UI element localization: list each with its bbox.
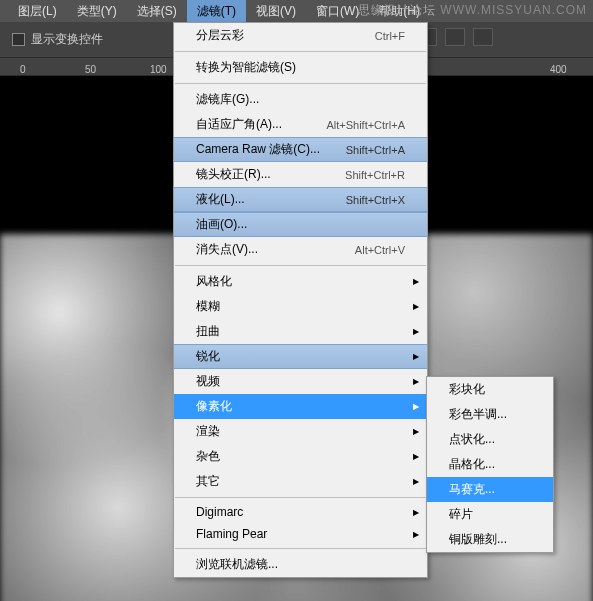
watermark: 思缘设计论坛 WWW.MISSYUAN.COM — [358, 2, 587, 19]
menu-item[interactable]: 其它 — [174, 469, 427, 494]
menu-item-label: 其它 — [196, 473, 220, 490]
menu-item[interactable]: 分层云彩Ctrl+F — [174, 23, 427, 48]
menu-item-label: 浏览联机滤镜... — [196, 556, 278, 573]
menu-item-label: 油画(O)... — [196, 216, 247, 233]
menu-item-label: Camera Raw 滤镜(C)... — [196, 141, 320, 158]
menu-item[interactable]: Camera Raw 滤镜(C)...Shift+Ctrl+A — [174, 137, 427, 162]
menu-item-label: 液化(L)... — [196, 191, 245, 208]
menu-item-label: 视频 — [196, 373, 220, 390]
menu-item[interactable]: 滤镜库(G)... — [174, 87, 427, 112]
menu-item-label: 自适应广角(A)... — [196, 116, 282, 133]
align-icon-3[interactable] — [473, 28, 493, 46]
menu-item[interactable]: 风格化 — [174, 269, 427, 294]
submenu-item[interactable]: 晶格化... — [427, 452, 553, 477]
align-icon-2[interactable] — [445, 28, 465, 46]
menu-item[interactable]: 镜头校正(R)...Shift+Ctrl+R — [174, 162, 427, 187]
menu-item-label: 风格化 — [196, 273, 232, 290]
submenu-item[interactable]: 铜版雕刻... — [427, 527, 553, 552]
checkbox-label: 显示变换控件 — [31, 31, 103, 48]
menu-item[interactable]: 像素化 — [174, 394, 427, 419]
menu-item-shortcut: Shift+Ctrl+X — [346, 194, 405, 206]
menu-separator — [175, 548, 426, 549]
menubar-item-1[interactable]: 类型(Y) — [67, 0, 127, 23]
menubar-item-3[interactable]: 滤镜(T) — [187, 0, 246, 23]
filter-menu-dropdown: 分层云彩Ctrl+F转换为智能滤镜(S)滤镜库(G)...自适应广角(A)...… — [173, 22, 428, 578]
menu-item[interactable]: 渲染 — [174, 419, 427, 444]
menu-item[interactable]: Digimarc — [174, 501, 427, 523]
menu-item[interactable]: 自适应广角(A)...Alt+Shift+Ctrl+A — [174, 112, 427, 137]
menu-item-shortcut: Shift+Ctrl+A — [346, 144, 405, 156]
menu-item-label: 滤镜库(G)... — [196, 91, 259, 108]
menubar-item-2[interactable]: 选择(S) — [127, 0, 187, 23]
menu-item[interactable]: Flaming Pear — [174, 523, 427, 545]
menu-item-label: 锐化 — [196, 348, 220, 365]
menu-separator — [175, 265, 426, 266]
menu-item[interactable]: 液化(L)...Shift+Ctrl+X — [174, 187, 427, 212]
show-transform-controls[interactable]: 显示变换控件 — [12, 31, 103, 48]
submenu-item[interactable]: 马赛克... — [427, 477, 553, 502]
menu-separator — [175, 497, 426, 498]
ruler-tick: 50 — [85, 64, 96, 75]
menubar-item-0[interactable]: 图层(L) — [8, 0, 67, 23]
menu-item-label: Digimarc — [196, 505, 243, 519]
menu-item-label: 杂色 — [196, 448, 220, 465]
menu-item[interactable]: 杂色 — [174, 444, 427, 469]
submenu-item[interactable]: 碎片 — [427, 502, 553, 527]
ruler-tick: 100 — [150, 64, 167, 75]
ruler-tick: 0 — [20, 64, 26, 75]
menu-item[interactable]: 油画(O)... — [174, 212, 427, 237]
menu-item-shortcut: Ctrl+F — [375, 30, 405, 42]
menu-item-label: 转换为智能滤镜(S) — [196, 59, 296, 76]
ruler-tick: 400 — [550, 64, 567, 75]
menubar-item-4[interactable]: 视图(V) — [246, 0, 306, 23]
menu-item-label: 渲染 — [196, 423, 220, 440]
menu-separator — [175, 51, 426, 52]
menu-item[interactable]: 视频 — [174, 369, 427, 394]
menu-item-label: Flaming Pear — [196, 527, 267, 541]
alignment-icons — [417, 28, 493, 46]
submenu-item[interactable]: 点状化... — [427, 427, 553, 452]
menu-item[interactable]: 模糊 — [174, 294, 427, 319]
menu-item[interactable]: 浏览联机滤镜... — [174, 552, 427, 577]
pixelate-submenu: 彩块化彩色半调...点状化...晶格化...马赛克...碎片铜版雕刻... — [426, 376, 554, 553]
menu-item-shortcut: Alt+Shift+Ctrl+A — [326, 119, 405, 131]
menu-item-label: 模糊 — [196, 298, 220, 315]
menu-item-shortcut: Alt+Ctrl+V — [355, 244, 405, 256]
menu-item[interactable]: 消失点(V)...Alt+Ctrl+V — [174, 237, 427, 262]
menu-item-shortcut: Shift+Ctrl+R — [345, 169, 405, 181]
menu-item-label: 消失点(V)... — [196, 241, 258, 258]
menu-item-label: 像素化 — [196, 398, 232, 415]
submenu-item[interactable]: 彩色半调... — [427, 402, 553, 427]
menu-item-label: 扭曲 — [196, 323, 220, 340]
menu-item[interactable]: 转换为智能滤镜(S) — [174, 55, 427, 80]
submenu-item[interactable]: 彩块化 — [427, 377, 553, 402]
menu-item-label: 镜头校正(R)... — [196, 166, 271, 183]
checkbox-icon — [12, 33, 25, 46]
menu-separator — [175, 83, 426, 84]
menu-item[interactable]: 锐化 — [174, 344, 427, 369]
menu-item-label: 分层云彩 — [196, 27, 244, 44]
menu-item[interactable]: 扭曲 — [174, 319, 427, 344]
